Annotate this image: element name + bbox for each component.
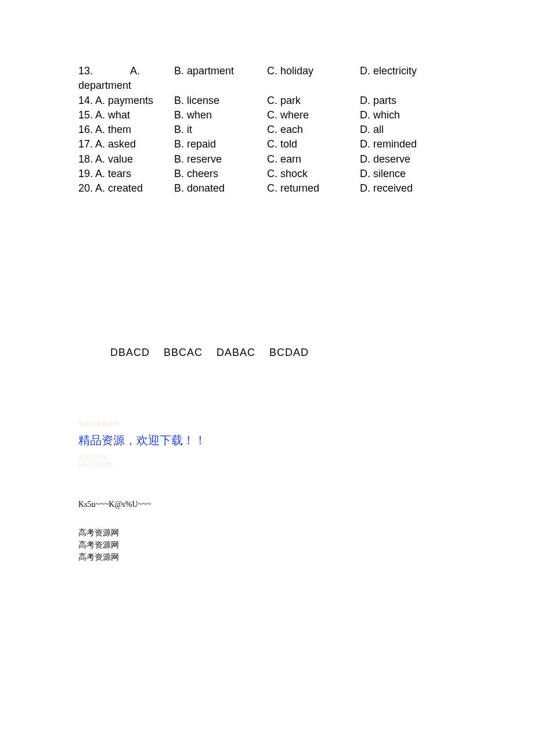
q14-col-d: D. parts <box>360 93 453 107</box>
watermark-text-2-line2: 精品文档资料 <box>78 461 459 468</box>
watermark-text-2-line1: 感谢您下载 <box>78 454 459 461</box>
options-table: 13. A. B. apartment C. holiday D. electr… <box>78 64 459 196</box>
q13-col-b: B. apartment <box>174 64 267 78</box>
watermark-text-1: 感谢您安装使用 <box>78 420 459 428</box>
q19-col-c: C. shock <box>267 167 360 181</box>
watermark-text-2: 感谢您下载 精品文档资料 <box>78 454 459 468</box>
q16-col-b: B. it <box>174 123 267 136</box>
q14-a: A. payments <box>95 95 153 106</box>
answer-group-3: DABAC <box>217 347 255 358</box>
q14-num: 14. <box>78 95 93 106</box>
q14-col-a: 14. A. payments <box>78 93 174 107</box>
q20-num: 20. <box>78 182 93 194</box>
q14-col-c: C. park <box>267 93 360 107</box>
code-text: Ks5u~~~K@s%U~~~ <box>78 500 459 509</box>
q19-col-b: B. cheers <box>174 167 267 181</box>
q15-col-c: C. where <box>267 108 360 122</box>
q15-num: 15. <box>78 109 93 121</box>
q15-col-d: D. which <box>360 108 453 122</box>
q18-col-b: B. reserve <box>174 152 267 166</box>
q20-col-b: B. donated <box>174 181 267 195</box>
q13-col-a-line1: 13. A. <box>78 64 174 78</box>
answer-group-1: DBACD <box>110 347 150 358</box>
q19-a: A. tears <box>95 168 131 179</box>
footer-line-3: 高考资源网 <box>78 551 459 563</box>
q18-a: A. value <box>95 153 133 165</box>
q13-num: 13. <box>78 65 93 77</box>
q14-col-b: B. license <box>174 93 267 107</box>
q17-col-d: D. reminded <box>360 137 453 151</box>
q17-col-b: B. repaid <box>174 137 267 151</box>
answer-group-2: BBCAC <box>164 347 203 358</box>
q16-col-c: C. each <box>267 123 360 136</box>
q16-col-a: 16. A. them <box>78 123 174 136</box>
blank <box>360 78 453 92</box>
q17-col-c: C. told <box>267 137 360 151</box>
q17-a: A. asked <box>95 138 136 150</box>
q19-num: 19. <box>78 168 93 179</box>
q15-col-a: 15. A. what <box>78 108 174 122</box>
footer-line-2: 高考资源网 <box>78 539 459 551</box>
promo-text: 精品资源，欢迎下载！！ <box>78 433 459 448</box>
answer-group-4: BCDAD <box>269 347 309 358</box>
q20-a: A. created <box>95 182 143 194</box>
q13-col-d: D. electricity <box>360 64 453 78</box>
blank <box>267 78 360 92</box>
q19-col-d: D. silence <box>360 167 453 181</box>
q16-num: 16. <box>78 124 93 135</box>
q17-col-a: 17. A. asked <box>78 137 174 151</box>
q15-col-b: B. when <box>174 108 267 122</box>
q17-num: 17. <box>78 138 93 150</box>
q15-a: A. what <box>95 109 130 121</box>
q20-col-a: 20. A. created <box>78 181 174 195</box>
q20-col-c: C. returned <box>267 181 360 195</box>
q16-col-d: D. all <box>360 123 453 136</box>
q18-col-c: C. earn <box>267 152 360 166</box>
q20-col-d: D. received <box>360 181 453 195</box>
q18-num: 18. <box>78 153 93 165</box>
q13-col-c: C. holiday <box>267 64 360 78</box>
q18-col-a: 18. A. value <box>78 152 174 166</box>
q13-col-a-line2: department <box>78 78 174 92</box>
footer-line-1: 高考资源网 <box>78 527 459 539</box>
q19-col-a: 19. A. tears <box>78 167 174 181</box>
footer-repeat: 高考资源网 高考资源网 高考资源网 <box>78 527 459 563</box>
q16-a: A. them <box>95 124 131 135</box>
q18-col-d: D. deserve <box>360 152 453 166</box>
blank <box>174 78 267 92</box>
answer-key: DBACD BBCAC DABAC BCDAD <box>78 347 459 359</box>
